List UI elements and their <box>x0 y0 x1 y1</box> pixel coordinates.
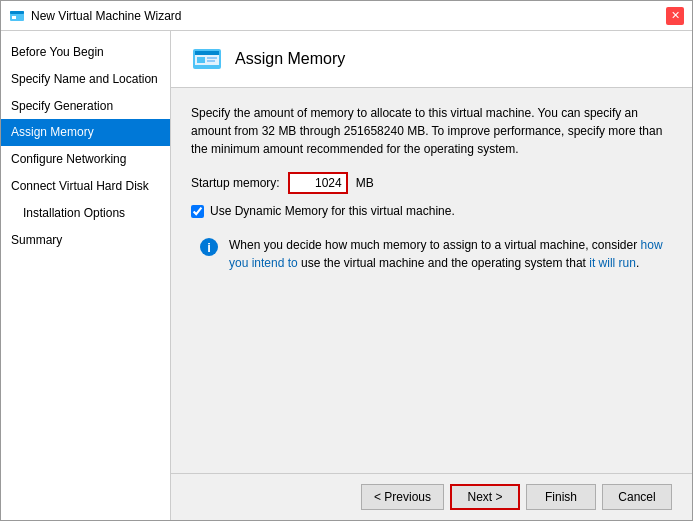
dynamic-memory-label: Use Dynamic Memory for this virtual mach… <box>210 204 455 218</box>
footer: < Previous Next > Finish Cancel <box>171 473 692 520</box>
title-bar: New Virtual Machine Wizard ✕ <box>1 1 692 31</box>
header-icon <box>191 43 223 75</box>
cancel-button[interactable]: Cancel <box>602 484 672 510</box>
description-text: Specify the amount of memory to allocate… <box>191 104 672 158</box>
next-button[interactable]: Next > <box>450 484 520 510</box>
svg-rect-7 <box>207 57 217 59</box>
svg-rect-1 <box>10 11 24 14</box>
sidebar: Before You Begin Specify Name and Locati… <box>1 31 171 520</box>
startup-memory-input[interactable] <box>288 172 348 194</box>
close-button[interactable]: ✕ <box>666 7 684 25</box>
info-icon: i <box>199 237 219 257</box>
main-panel: Assign Memory Specify the amount of memo… <box>171 31 692 520</box>
sidebar-item-specify-name[interactable]: Specify Name and Location <box>1 66 170 93</box>
finish-button[interactable]: Finish <box>526 484 596 510</box>
sidebar-item-before-you-begin[interactable]: Before You Begin <box>1 39 170 66</box>
svg-rect-2 <box>12 16 16 19</box>
memory-unit-label: MB <box>356 176 374 190</box>
svg-text:i: i <box>207 240 211 255</box>
sidebar-item-summary[interactable]: Summary <box>1 227 170 254</box>
dynamic-memory-row: Use Dynamic Memory for this virtual mach… <box>191 204 672 218</box>
dynamic-memory-checkbox[interactable] <box>191 205 204 218</box>
previous-button[interactable]: < Previous <box>361 484 444 510</box>
startup-memory-row: Startup memory: MB <box>191 172 672 194</box>
window-icon <box>9 8 25 24</box>
svg-rect-5 <box>195 51 219 55</box>
wizard-window: New Virtual Machine Wizard ✕ Before You … <box>0 0 693 521</box>
svg-rect-8 <box>207 60 215 62</box>
sidebar-item-installation-options[interactable]: Installation Options <box>1 200 170 227</box>
info-highlight-2: it will run <box>589 256 636 270</box>
page-title: Assign Memory <box>235 50 345 68</box>
sidebar-item-specify-generation[interactable]: Specify Generation <box>1 93 170 120</box>
startup-memory-label: Startup memory: <box>191 176 280 190</box>
main-header: Assign Memory <box>171 31 692 88</box>
sidebar-item-connect-vhd[interactable]: Connect Virtual Hard Disk <box>1 173 170 200</box>
main-content: Specify the amount of memory to allocate… <box>171 88 692 473</box>
sidebar-item-configure-networking[interactable]: Configure Networking <box>1 146 170 173</box>
title-bar-text: New Virtual Machine Wizard <box>31 9 666 23</box>
content-area: Before You Begin Specify Name and Locati… <box>1 31 692 520</box>
info-box: i When you decide how much memory to ass… <box>191 228 672 280</box>
sidebar-item-assign-memory[interactable]: Assign Memory <box>1 119 170 146</box>
svg-rect-6 <box>197 57 205 63</box>
info-text: When you decide how much memory to assig… <box>229 236 664 272</box>
